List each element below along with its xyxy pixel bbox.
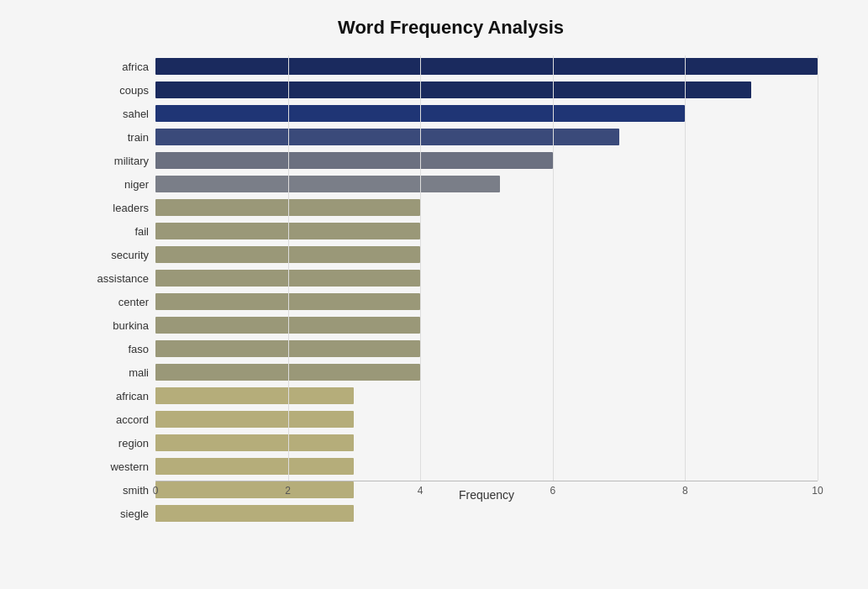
bar-label: africa — [84, 60, 155, 73]
bar-label: african — [84, 390, 155, 402]
x-tick: 8 — [682, 485, 688, 497]
bar-row: african — [84, 385, 818, 407]
bar-fill — [155, 152, 553, 169]
bar-label: center — [84, 296, 155, 308]
bar-fill — [155, 129, 619, 145]
chart-container: Word Frequency Analysis africacoupssahel… — [0, 0, 868, 589]
chart-title: Word Frequency Analysis — [84, 17, 818, 39]
bar-row: fail — [84, 220, 818, 242]
bar-track — [155, 293, 818, 310]
bar-row: mali — [84, 361, 818, 383]
bar-track — [155, 129, 818, 145]
bar-label: security — [84, 249, 155, 261]
bar-fill — [155, 176, 500, 192]
bar-label: leaders — [84, 202, 155, 214]
bar-row: sahel — [84, 103, 818, 124]
x-tick: 0 — [153, 485, 159, 497]
grid-line — [818, 55, 818, 481]
bar-row: faso — [84, 338, 818, 360]
x-tick: 2 — [285, 485, 291, 497]
bar-fill — [155, 82, 751, 98]
bar-row: niger — [84, 173, 818, 195]
bar-label: accord — [84, 413, 155, 426]
bar-label: siegle — [84, 507, 155, 520]
bar-row: assistance — [84, 267, 818, 289]
bar-track — [155, 176, 818, 192]
bar-fill — [155, 364, 420, 381]
bar-row: military — [84, 150, 818, 171]
bar-fill — [155, 340, 420, 357]
bar-row: coups — [84, 79, 818, 101]
bar-fill — [155, 199, 420, 216]
bar-track — [155, 82, 818, 98]
bar-label: burkina — [84, 319, 155, 332]
bar-track — [155, 223, 818, 239]
bar-fill — [155, 246, 420, 263]
bar-row: accord — [84, 408, 818, 430]
bar-track — [155, 58, 818, 75]
bar-track — [155, 387, 818, 404]
bar-track — [155, 434, 818, 451]
bar-row: security — [84, 244, 818, 266]
bar-track — [155, 270, 818, 287]
bar-label: military — [84, 155, 155, 167]
bar-label: mali — [84, 366, 155, 379]
bar-fill — [155, 58, 818, 75]
bar-fill — [155, 317, 420, 334]
bar-fill — [155, 411, 354, 428]
x-tick: 4 — [418, 485, 423, 497]
bar-label: faso — [84, 343, 155, 355]
bar-row: africa — [84, 55, 818, 77]
bar-fill — [155, 105, 685, 122]
bar-fill — [155, 434, 354, 451]
x-tick: 10 — [812, 485, 823, 497]
bar-fill — [155, 223, 420, 239]
bar-label: coups — [84, 84, 155, 97]
bar-track — [155, 340, 818, 357]
bar-track — [155, 199, 818, 216]
bar-track — [155, 246, 818, 263]
bar-row: center — [84, 291, 818, 313]
bar-row: region — [84, 432, 818, 454]
bar-track — [155, 458, 818, 475]
bar-fill — [155, 293, 420, 310]
bar-row: leaders — [84, 197, 818, 218]
bar-track — [155, 152, 818, 169]
bar-label: smith — [84, 484, 155, 497]
bar-track — [155, 364, 818, 381]
bar-label: fail — [84, 225, 155, 238]
bar-row: burkina — [84, 314, 818, 336]
bar-label: assistance — [84, 272, 155, 285]
bar-track — [155, 317, 818, 334]
bar-label: western — [84, 460, 155, 473]
bar-track — [155, 105, 818, 122]
bar-fill — [155, 458, 354, 475]
bar-label: train — [84, 131, 155, 144]
bar-row: train — [84, 126, 818, 148]
x-tick: 6 — [550, 485, 555, 497]
bar-row: western — [84, 455, 818, 477]
bar-label: niger — [84, 178, 155, 191]
x-axis-label: Frequency — [155, 488, 818, 502]
bar-track — [155, 411, 818, 428]
bar-fill — [155, 270, 420, 287]
bar-fill — [155, 387, 354, 404]
bar-label: region — [84, 437, 155, 450]
bar-label: sahel — [84, 108, 155, 120]
